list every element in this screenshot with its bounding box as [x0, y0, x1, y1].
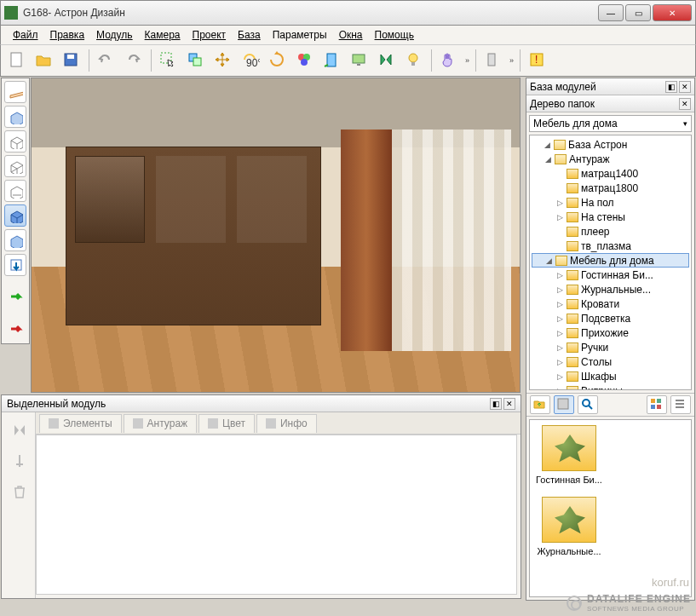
tree-item[interactable]: ▷Журнальные... [532, 282, 689, 296]
toolbar-more[interactable]: » [463, 56, 471, 65]
tool-box-wire2[interactable] [4, 155, 26, 177]
door-button[interactable] [319, 48, 345, 73]
maximize-button[interactable]: ▭ [625, 4, 651, 21]
folder-icon [567, 212, 578, 222]
rotate-button[interactable] [265, 48, 290, 73]
menu-edit[interactable]: Правка [45, 27, 90, 43]
tree-item[interactable]: плеер [532, 224, 689, 239]
tree-anturazh[interactable]: ◢Антураж [532, 152, 689, 166]
tree-item[interactable]: ▷Шкафы [532, 369, 689, 383]
folder-icon [567, 285, 578, 295]
copy-button[interactable] [183, 48, 209, 73]
menu-help[interactable]: Помощь [370, 27, 419, 43]
tab-anturazh[interactable]: Антураж [124, 414, 198, 433]
tree-furniture[interactable]: ◢Мебель для дома [532, 253, 689, 268]
modules-close-button[interactable]: ✕ [679, 81, 691, 93]
thumbnail-list[interactable]: Гостинная Би... Журнальные... [529, 419, 692, 597]
tree-item[interactable]: матрац1800 [532, 181, 689, 195]
folder-icon [567, 371, 578, 382]
menu-module[interactable]: Модуль [91, 27, 138, 43]
palette-icon [296, 51, 314, 70]
warn-button[interactable]: ! [525, 48, 550, 73]
bottom-header: Выделенный модуль ◧ ✕ [2, 395, 521, 412]
mirror-button[interactable] [374, 48, 400, 73]
thumb-view-grid[interactable] [647, 395, 667, 414]
brand-sub: SOFTNEWS MEDIA GROUP [587, 605, 691, 613]
tree-item[interactable]: ▷На пол [532, 195, 689, 210]
undo-button[interactable] [94, 48, 119, 73]
hand-button[interactable] [436, 48, 462, 73]
tab-color[interactable]: Цвет [198, 414, 255, 433]
thumb-search[interactable] [578, 395, 598, 414]
menu-params[interactable]: Параметры [267, 27, 332, 43]
tab-info[interactable]: Инфо [256, 414, 317, 433]
tool-box-wire3[interactable] [4, 180, 26, 202]
bottom-pin-button[interactable]: ◧ [490, 398, 502, 410]
tree-item[interactable]: ▷На стены [532, 210, 689, 224]
thumb-up-button[interactable] [530, 395, 550, 414]
redo-button[interactable] [121, 48, 147, 73]
tree-dropdown[interactable]: Мебель для дома ▾ [529, 115, 692, 132]
tree-root[interactable]: ◢База Астрон [532, 137, 689, 152]
tool-box-solid[interactable] [4, 106, 26, 128]
open-button[interactable] [32, 48, 57, 73]
move-button[interactable] [210, 48, 236, 73]
tree-item[interactable]: ▷Гостинная Би... [532, 268, 689, 282]
tool-down[interactable] [4, 254, 26, 276]
mirror-vert-button[interactable] [9, 419, 29, 440]
thumb-view-list[interactable] [670, 395, 691, 414]
tree-item[interactable]: ▷Столы [532, 354, 689, 369]
save-button[interactable] [59, 48, 84, 73]
arrow-down-icon [8, 257, 23, 273]
tool-box-wire[interactable] [4, 130, 26, 153]
tree-item[interactable]: ▷Ручки [532, 340, 689, 354]
copy-icon [187, 51, 205, 70]
rotate90-button[interactable]: 90° [238, 48, 263, 73]
menu-camera[interactable]: Камера [140, 27, 186, 43]
tool-add-right[interactable] [4, 286, 26, 308]
tree-item[interactable]: ▷Витрины [532, 383, 689, 390]
light-button[interactable] [401, 48, 427, 73]
thumbnail-item[interactable]: Журнальные... [535, 497, 603, 556]
trash-icon [11, 483, 26, 498]
viewport-3d[interactable] [31, 78, 521, 393]
screen-button[interactable] [347, 48, 372, 73]
toolbar-more-2[interactable]: » [508, 56, 515, 65]
tree-title: Дерево папок [530, 98, 595, 110]
menu-windows[interactable]: Окна [334, 27, 368, 43]
tool-add-right-red[interactable] [4, 319, 26, 341]
menu-project[interactable]: Проект [187, 27, 232, 43]
thumbnail-item[interactable]: Гостинная Би... [535, 425, 603, 485]
new-file-button[interactable] [4, 48, 30, 73]
tool-box-shaded[interactable] [4, 204, 26, 227]
tree-close-button[interactable]: ✕ [679, 98, 691, 110]
bottom-panel: Выделенный модуль ◧ ✕ Элементы Антураж Ц… [1, 394, 521, 599]
thumb-view-large[interactable] [554, 395, 574, 414]
slider-button[interactable] [9, 450, 29, 470]
bottom-close-button[interactable]: ✕ [503, 398, 515, 410]
tree-item[interactable]: ▷Подсветка [532, 311, 689, 325]
tree-item[interactable]: матрац1400 [532, 166, 689, 181]
tool-plane[interactable] [4, 81, 26, 103]
tool-box-blue[interactable] [4, 229, 26, 251]
brand-name: DATALIFE ENGINE [587, 593, 691, 605]
grid-icon [649, 397, 664, 412]
close-button[interactable]: ✕ [653, 4, 692, 21]
tab-elements[interactable]: Элементы [39, 414, 122, 433]
modules-pin-button[interactable]: ◧ [665, 81, 677, 93]
menu-base[interactable]: База [233, 27, 266, 43]
tree-item[interactable]: тв_плазма [532, 239, 689, 253]
minimize-button[interactable]: — [598, 4, 624, 21]
plane-icon [8, 84, 23, 100]
palette-button[interactable] [292, 48, 318, 73]
device-button[interactable] [480, 48, 506, 73]
select-button[interactable] [156, 48, 181, 73]
thumbnail-label: Гостинная Би... [535, 475, 603, 485]
device-icon [484, 51, 503, 70]
tree-item[interactable]: ▷Кровати [532, 296, 689, 311]
folder-tree[interactable]: ◢База Астрон ◢Антураж матрац1400 матрац1… [529, 135, 692, 390]
tree-item[interactable]: ▷Прихожие [532, 325, 689, 340]
box-wire3-icon [8, 183, 23, 199]
menu-file[interactable]: Файл [8, 27, 43, 43]
trash-button[interactable] [9, 481, 29, 501]
